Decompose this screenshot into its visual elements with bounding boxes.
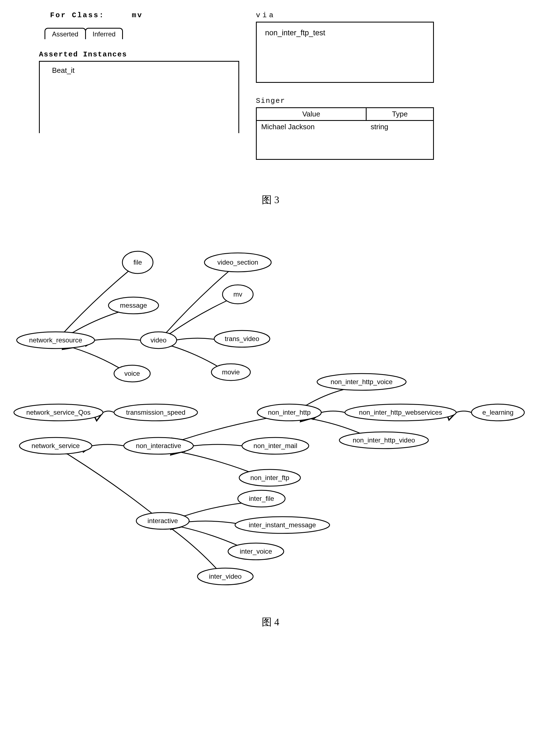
graph-node-label: file [134, 258, 142, 266]
for-class-row: For Class: mv [39, 11, 239, 19]
via-label: via [256, 11, 434, 19]
cell-type: string [366, 121, 433, 159]
graph-node-label: inter_voice [240, 548, 272, 555]
via-list[interactable]: non_inter_ftp_test [256, 22, 434, 83]
graph-node-label: trans_video [225, 335, 259, 343]
graph-node-label: network_service_Qos [26, 408, 91, 416]
graph-node-label: non_inter_http [268, 408, 310, 416]
graph-node-inter_file[interactable]: inter_file [238, 490, 285, 507]
graph-node-non_inter_mail[interactable]: non_inter_mail [242, 437, 309, 454]
asserted-instances-list[interactable]: Beat_it [39, 61, 239, 133]
graph-node-voice[interactable]: voice [114, 365, 150, 382]
graph-node-label: non_inter_mail [254, 442, 297, 449]
graph-edge [92, 444, 124, 446]
graph-node-label: network_service [31, 442, 80, 449]
ontology-graph: network_resourcefilemessagevideovoicevid… [11, 240, 540, 602]
for-class-value: mv [132, 11, 143, 19]
graph-node-label: mv [234, 290, 242, 298]
graph-node-mv[interactable]: mv [223, 285, 253, 304]
graph-node-label: non_inter_http_voice [331, 378, 393, 385]
asserted-instances-label: Asserted Instances [39, 50, 239, 59]
panel-right-col: via non_inter_ftp_test Singer Value Type… [256, 11, 434, 160]
graph-node-label: inter_file [249, 495, 274, 502]
graph-node-video[interactable]: video [141, 332, 177, 349]
graph-node-inter_instant_message[interactable]: inter_instant_message [235, 517, 329, 533]
singer-label: Singer [256, 97, 434, 105]
graph-node-label: video_section [218, 258, 259, 266]
graph-node-label: transmission_speed [126, 408, 185, 416]
graph-node-label: inter_video [209, 573, 242, 580]
singer-property-table: Value Type Michael Jackson string [256, 107, 434, 160]
figure3-caption: 图 3 [11, 193, 530, 207]
col-header-value: Value [257, 108, 366, 121]
graph-node-inter_voice[interactable]: inter_voice [228, 543, 284, 560]
list-item[interactable]: Beat_it [52, 66, 226, 75]
table-row[interactable]: Michael Jackson string [257, 121, 434, 159]
graph-node-label: network_resource [29, 336, 82, 344]
graph-node-label: inter_instant_message [249, 521, 316, 529]
graph-node-message[interactable]: message [109, 297, 159, 314]
figure4-caption: 图 4 [11, 616, 530, 629]
graph-edge [184, 503, 242, 516]
graph-edge [189, 521, 236, 523]
graph-edge [166, 272, 229, 333]
graph-edge [310, 418, 360, 433]
graph-node-non_inter_http_voice[interactable]: non_inter_http_voice [317, 374, 406, 390]
graph-node-inter_video[interactable]: inter_video [198, 568, 253, 585]
graph-node-non_inter_http_video[interactable]: non_inter_http_video [339, 432, 428, 449]
graph-node-label: non_inter_http_video [353, 436, 415, 444]
list-item[interactable]: non_inter_ftp_test [265, 29, 425, 37]
graph-edge [172, 346, 217, 366]
graph-edge [183, 418, 267, 440]
graph-node-video_section[interactable]: video_section [205, 253, 271, 272]
graph-edge [193, 444, 242, 446]
graph-node-label: message [120, 302, 147, 309]
graph-node-label: interactive [148, 517, 178, 525]
graph-node-non_inter_ftp[interactable]: non_inter_ftp [239, 469, 300, 486]
graph-node-network_service[interactable]: network_service [19, 437, 92, 454]
graph-node-network_service_Qos[interactable]: network_service_Qos [14, 404, 103, 421]
graph-node-network_resource[interactable]: network_resource [17, 332, 95, 349]
graph-edge [67, 454, 152, 513]
graph-node-non_inter_http[interactable]: non_inter_http [257, 404, 321, 421]
graph-edge [73, 348, 119, 368]
graph-node-movie[interactable]: movie [212, 364, 250, 380]
graph-node-label: video [151, 336, 166, 344]
cell-value: Michael Jackson [257, 121, 366, 159]
tab-bar: Asserted Inferred [45, 28, 239, 39]
col-header-type: Type [366, 108, 433, 121]
graph-edge [181, 452, 249, 472]
panel-left-col: For Class: mv Asserted Inferred Asserted… [39, 11, 239, 160]
tab-inferred[interactable]: Inferred [85, 28, 123, 39]
graph-node-non_interactive[interactable]: non_interactive [124, 437, 193, 454]
graph-edge [306, 389, 343, 405]
graph-node-label: non_interactive [136, 442, 181, 449]
ontology-instance-panel: For Class: mv Asserted Inferred Asserted… [11, 11, 530, 160]
graph-edge [73, 312, 119, 333]
graph-edge [321, 411, 345, 412]
graph-node-non_inter_http_webservices[interactable]: non_inter_http_webservices [345, 404, 456, 421]
graph-node-label: voice [124, 370, 140, 377]
graph-node-label: e_learning [482, 408, 513, 416]
graph-node-interactive[interactable]: interactive [136, 513, 189, 529]
tab-asserted[interactable]: Asserted [45, 28, 86, 39]
graph-node-label: movie [222, 368, 240, 376]
graph-node-trans_video[interactable]: trans_video [214, 331, 270, 347]
for-class-label: For Class: [50, 11, 105, 19]
graph-edge [177, 338, 214, 340]
graph-edge [170, 301, 227, 334]
graph-node-file[interactable]: file [122, 251, 153, 274]
graph-node-label: non_inter_ftp [250, 474, 289, 481]
graph-edge [95, 339, 141, 340]
graph-edge [103, 411, 114, 412]
graph-node-label: non_inter_http_webservices [359, 408, 442, 416]
graph-edge [456, 411, 471, 412]
graph-node-e_learning[interactable]: e_learning [471, 404, 524, 421]
graph-node-transmission_speed[interactable]: transmission_speed [114, 404, 198, 421]
